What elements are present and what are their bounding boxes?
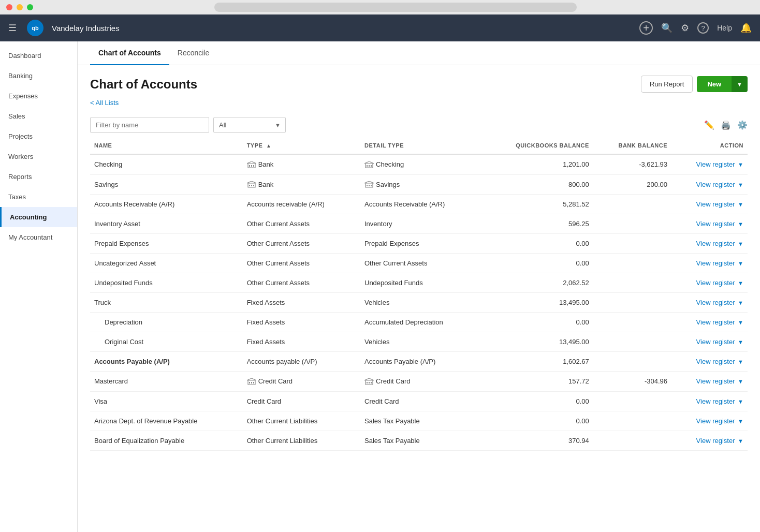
cell-name: Depreciation xyxy=(90,313,243,332)
action-caret-icon[interactable]: ▼ xyxy=(738,300,743,306)
bell-icon[interactable]: 🔔 xyxy=(740,22,752,34)
col-header-type[interactable]: TYPE ▲ xyxy=(243,137,360,154)
cell-qb-balance: 0.00 xyxy=(481,411,593,431)
edit-columns-icon[interactable]: ✏️ xyxy=(704,120,714,130)
view-register-link[interactable]: View register xyxy=(696,437,735,445)
back-link[interactable]: All Lists xyxy=(78,97,760,113)
sidebar-item-projects[interactable]: Projects xyxy=(0,126,77,146)
new-button-caret[interactable]: ▼ xyxy=(732,76,748,92)
sidebar-item-dashboard[interactable]: Dashboard xyxy=(0,46,77,66)
tab-reconcile[interactable]: Reconcile xyxy=(169,41,217,65)
maximize-button[interactable] xyxy=(27,4,33,10)
logo: qb Vandelay Industries xyxy=(27,20,120,36)
view-register-link[interactable]: View register xyxy=(696,220,735,228)
cell-detail-type: Credit Card xyxy=(360,391,481,411)
settings-icon[interactable]: ⚙️ xyxy=(737,120,748,130)
sidebar-item-sales[interactable]: Sales xyxy=(0,106,77,126)
view-register-link[interactable]: View register xyxy=(696,200,735,208)
cell-name: Original Cost xyxy=(90,332,243,352)
cell-bank-balance xyxy=(593,352,671,372)
add-icon[interactable]: + xyxy=(639,21,653,35)
minimize-button[interactable] xyxy=(17,4,23,10)
action-caret-icon[interactable]: ▼ xyxy=(738,319,743,326)
svg-rect-5 xyxy=(367,165,368,167)
sidebar-item-expenses[interactable]: Expenses xyxy=(0,86,77,106)
cell-name: Prepaid Expenses xyxy=(90,234,243,254)
cell-qb-balance: 1,602.67 xyxy=(481,352,593,372)
cell-action: View register ▼ xyxy=(671,313,748,332)
view-register-link[interactable]: View register xyxy=(696,397,735,405)
table-row: Checking Bank Checking 1,201.00 -3,621.9… xyxy=(90,154,748,174)
view-register-link[interactable]: View register xyxy=(696,338,735,346)
filter-type-select[interactable]: All Assets Liabilities Equity Income Exp… xyxy=(213,117,286,133)
action-caret-icon[interactable]: ▼ xyxy=(738,418,743,424)
view-register-link[interactable]: View register xyxy=(696,318,735,326)
search-icon[interactable]: 🔍 xyxy=(661,22,673,34)
view-register-link[interactable]: View register xyxy=(696,377,735,385)
view-register-link[interactable]: View register xyxy=(696,240,735,247)
run-report-button[interactable]: Run Report xyxy=(641,76,693,93)
sidebar-item-banking[interactable]: Banking xyxy=(0,66,77,86)
gear-icon[interactable]: ⚙ xyxy=(681,22,689,34)
close-button[interactable] xyxy=(6,4,12,10)
sidebar-item-accounting[interactable]: Accounting xyxy=(0,207,77,227)
cell-qb-balance: 800.00 xyxy=(481,174,593,195)
sidebar-item-taxes[interactable]: Taxes xyxy=(0,187,77,207)
action-caret-icon[interactable]: ▼ xyxy=(738,438,743,444)
svg-rect-14 xyxy=(249,382,250,383)
action-caret-icon[interactable]: ▼ xyxy=(738,378,743,385)
cell-type: Fixed Assets xyxy=(243,313,360,332)
print-icon[interactable]: 🖨️ xyxy=(721,120,731,130)
hamburger-menu[interactable]: ☰ xyxy=(8,22,17,34)
cell-type: Other Current Liabilities xyxy=(243,431,360,450)
filter-by-name-input[interactable] xyxy=(90,117,209,133)
cell-type: Bank xyxy=(243,174,360,195)
table-row: Depreciation Fixed Assets Accumulated De… xyxy=(90,313,748,332)
cell-type: Other Current Liabilities xyxy=(243,411,360,431)
view-register-link[interactable]: View register xyxy=(696,259,735,267)
action-caret-icon[interactable]: ▼ xyxy=(738,201,743,208)
view-register-link[interactable]: View register xyxy=(696,181,735,188)
table-row: Accounts Payable (A/P) Accounts payable … xyxy=(90,352,748,372)
help-label[interactable]: Help xyxy=(717,24,732,32)
new-button[interactable]: New xyxy=(697,76,732,92)
cell-action: View register ▼ xyxy=(671,431,748,450)
help-icon[interactable]: ? xyxy=(697,22,709,34)
sidebar-item-workers[interactable]: Workers xyxy=(0,146,77,167)
view-register-link[interactable]: View register xyxy=(696,279,735,287)
action-caret-icon[interactable]: ▼ xyxy=(738,359,743,365)
accounts-table-wrapper: NAME TYPE ▲ DETAIL TYPE QUICKBOOKS BALAN… xyxy=(78,137,760,532)
sidebar-item-my-accountant[interactable]: My Accountant xyxy=(0,227,77,247)
svg-rect-6 xyxy=(369,165,370,167)
svg-rect-2 xyxy=(249,165,250,167)
action-caret-icon[interactable]: ▼ xyxy=(738,221,743,227)
tab-chart-of-accounts[interactable]: Chart of Accounts xyxy=(90,41,169,65)
action-caret-icon[interactable]: ▼ xyxy=(738,241,743,247)
cell-type: Bank xyxy=(243,154,360,174)
cell-detail-type: Prepaid Expenses xyxy=(360,234,481,254)
app-body: Dashboard Banking Expenses Sales Project… xyxy=(0,41,760,532)
action-caret-icon[interactable]: ▼ xyxy=(738,398,743,405)
table-row: Visa Credit Card Credit Card 0.00 View r… xyxy=(90,391,748,411)
view-register-link[interactable]: View register xyxy=(696,299,735,306)
cell-type: Credit Card xyxy=(243,372,360,392)
table-row: Prepaid Expenses Other Current Assets Pr… xyxy=(90,234,748,254)
sidebar-item-reports[interactable]: Reports xyxy=(0,167,77,187)
view-register-link[interactable]: View register xyxy=(696,417,735,425)
cell-detail-type: Vehicles xyxy=(360,332,481,352)
action-caret-icon[interactable]: ▼ xyxy=(738,339,743,345)
view-register-link[interactable]: View register xyxy=(696,160,735,168)
cell-detail-type: Sales Tax Payable xyxy=(360,431,481,450)
action-caret-icon[interactable]: ▼ xyxy=(738,161,743,168)
svg-rect-15 xyxy=(251,382,252,383)
action-caret-icon[interactable]: ▼ xyxy=(738,260,743,267)
table-row: Truck Fixed Assets Vehicles 13,495.00 Vi… xyxy=(90,293,748,313)
action-caret-icon[interactable]: ▼ xyxy=(738,280,743,286)
cell-action: View register ▼ xyxy=(671,391,748,411)
view-register-link[interactable]: View register xyxy=(696,358,735,365)
cell-bank-balance: -3,621.93 xyxy=(593,154,671,174)
cell-bank-balance xyxy=(593,273,671,293)
action-caret-icon[interactable]: ▼ xyxy=(738,182,743,188)
page-header: Chart of Accounts Run Report New ▼ xyxy=(78,65,760,97)
url-bar[interactable] xyxy=(214,3,577,12)
